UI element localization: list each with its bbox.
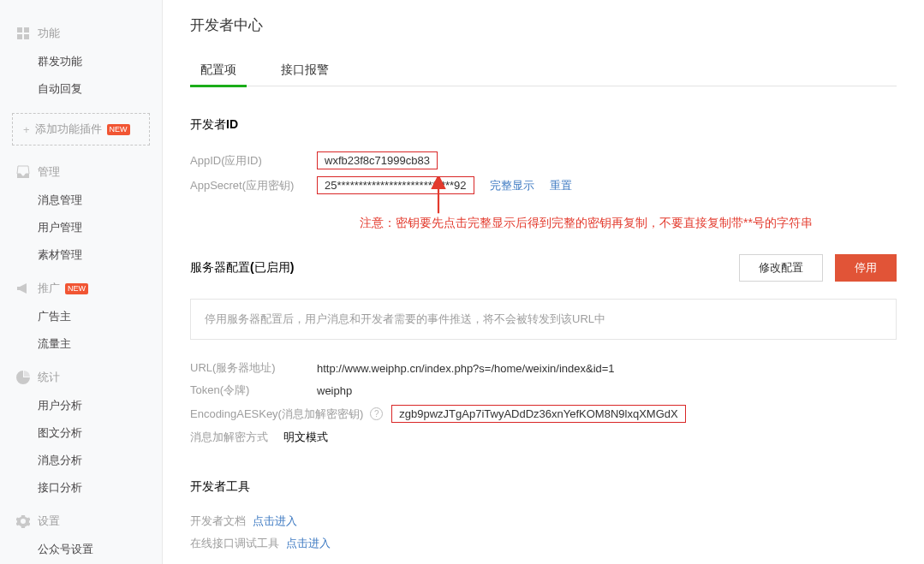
disable-button[interactable]: 停用 (835, 254, 897, 282)
side-group-stats: 统计 (0, 361, 162, 392)
svg-rect-0 (17, 27, 22, 33)
test-link[interactable]: 点击进入 (286, 536, 331, 551)
modify-config-button[interactable]: 修改配置 (739, 254, 823, 282)
side-group-label: 统计 (38, 370, 60, 385)
svg-rect-1 (24, 27, 29, 33)
section-heading: 开发者工具 (190, 479, 897, 495)
sidebar-item-material[interactable]: 素材管理 (0, 241, 162, 269)
arrow-icon (430, 177, 447, 215)
sidebar-item-msg-analytics[interactable]: 消息分析 (0, 447, 162, 474)
token-label: Token(令牌) (190, 383, 317, 398)
megaphone-icon (15, 281, 31, 296)
side-group-label: 设置 (38, 514, 60, 529)
doc-label: 开发者文档 (190, 514, 246, 529)
new-badge: NEW (107, 124, 130, 135)
sidebar-item-publisher[interactable]: 流量主 (0, 330, 162, 358)
tab-alarm[interactable]: 接口报警 (271, 56, 339, 86)
side-group-label: 管理 (38, 164, 60, 180)
side-group-label: 功能 (38, 26, 60, 41)
side-group-label: 推广 (38, 281, 60, 296)
section-devid: 开发者ID AppID(应用ID) wxfb23f8c71999cb83 App… (190, 117, 897, 232)
doc-link[interactable]: 点击进入 (253, 514, 297, 529)
section-heading: 开发者ID (190, 117, 897, 133)
plus-icon: + (23, 123, 30, 136)
tab-bar: 配置项 接口报警 (190, 56, 897, 86)
tab-config[interactable]: 配置项 (190, 56, 247, 87)
side-group-function: 功能 (0, 17, 162, 48)
inbox-icon (15, 164, 31, 180)
server-tip: 停用服务器配置后，用户消息和开发者需要的事件推送，将不会被转发到该URL中 (190, 299, 897, 340)
token-value: weiphp (317, 384, 352, 397)
appsecret-label: AppSecret(应用密钥) (190, 178, 317, 193)
sidebar: 功能 群发功能 自动回复 + 添加功能插件 NEW 管理 消息管理 用户管理 素… (0, 0, 163, 564)
reset-link[interactable]: 重置 (550, 178, 572, 193)
section-tools: 开发者工具 开发者文档 点击进入 在线接口调试工具 点击进入 (190, 479, 897, 555)
sidebar-item-advertiser[interactable]: 广告主 (0, 303, 162, 330)
plugin-label: 添加功能插件 (35, 122, 102, 137)
page-title: 开发者中心 (190, 15, 897, 35)
side-group-settings: 设置 (0, 505, 162, 536)
gear-icon (15, 514, 31, 529)
grid-icon (15, 26, 31, 41)
show-full-link[interactable]: 完整显示 (490, 178, 534, 193)
url-value: http://www.weiphp.cn/index.php?s=/home/w… (317, 362, 615, 375)
url-label: URL(服务器地址) (190, 360, 317, 376)
appsecret-value: 25***************************92 (317, 176, 474, 194)
side-group-promote: 推广 NEW (0, 272, 162, 303)
aes-value: zgb9pwzJTgAp7iTwyADdDz36xnYefKOM8N9lxqXM… (391, 405, 685, 423)
sidebar-item-article-analytics[interactable]: 图文分析 (0, 419, 162, 447)
sidebar-item-user-analytics[interactable]: 用户分析 (0, 392, 162, 419)
test-label: 在线接口调试工具 (190, 536, 279, 551)
appid-label: AppID(应用ID) (190, 153, 317, 169)
aes-label: EncodingAESKey(消息加解密密钥) (190, 407, 363, 422)
sidebar-item-mass[interactable]: 群发功能 (0, 48, 162, 75)
main-content: 开发者中心 配置项 接口报警 开发者ID AppID(应用ID) wxfb23f… (163, 0, 924, 564)
svg-rect-3 (24, 34, 29, 39)
sidebar-item-account-settings[interactable]: 公众号设置 (0, 536, 162, 563)
server-config-header: 服务器配置(已启用) 修改配置 停用 (190, 254, 897, 282)
section-heading: 服务器配置(已启用) (190, 260, 294, 276)
appid-value: wxfb23f8c71999cb83 (317, 151, 438, 169)
add-plugin-button[interactable]: + 添加功能插件 NEW (12, 113, 150, 145)
mode-label: 消息加解密方式 (190, 430, 268, 445)
annotation-text: 注意：密钥要先点击完整显示后得到完整的密钥再复制，不要直接复制带**号的字符串 (360, 213, 897, 232)
sidebar-item-user[interactable]: 用户管理 (0, 214, 162, 241)
mode-value: 明文模式 (283, 430, 328, 445)
sidebar-item-autoreply[interactable]: 自动回复 (0, 75, 162, 103)
side-group-manage: 管理 (0, 156, 162, 187)
annotation: 注意：密钥要先点击完整显示后得到完整的密钥再复制，不要直接复制带**号的字符串 (360, 213, 897, 232)
sidebar-item-api-analytics[interactable]: 接口分析 (0, 474, 162, 502)
svg-rect-2 (17, 34, 22, 39)
pie-icon (15, 370, 31, 385)
sidebar-item-msg[interactable]: 消息管理 (0, 187, 162, 214)
help-icon[interactable]: ? (370, 407, 383, 420)
new-badge: NEW (65, 283, 88, 294)
